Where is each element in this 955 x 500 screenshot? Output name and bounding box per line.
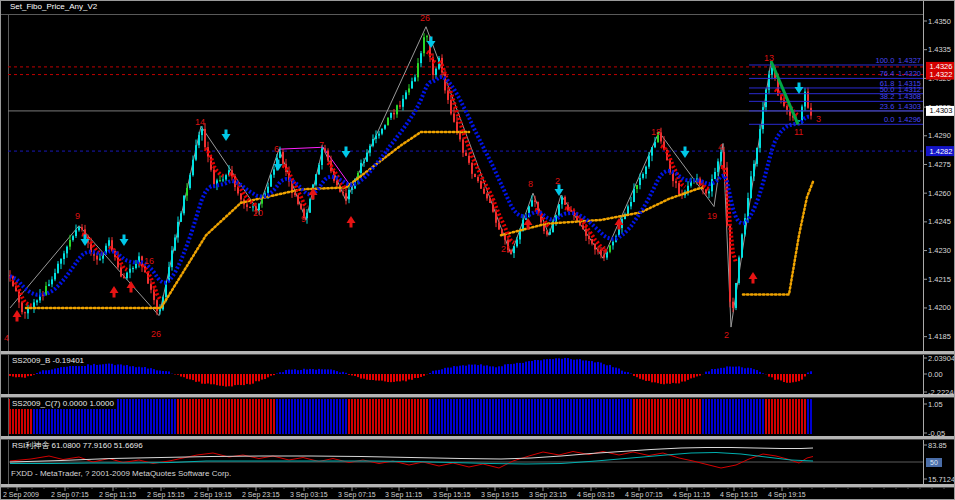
chart-title: Set_Fibo_Price_Any_V2 [8,2,99,12]
svg-text:3 Sep 11:15: 3 Sep 11:15 [385,491,422,499]
svg-text:1.4200: 1.4200 [928,303,951,312]
svg-text:1.4322: 1.4322 [930,70,953,79]
svg-text:26: 26 [420,13,430,23]
svg-text:2 Sep 07:15: 2 Sep 07:15 [51,491,89,499]
svg-text:23.6 1.4303: 23.6 1.4303 [880,102,921,111]
mt4-chart-window: 100.0 1.432776.4 1.432061.8 1.431550.0 1… [0,0,955,500]
svg-text:4: 4 [4,333,9,343]
svg-text:2 Sep 23:15: 2 Sep 23:15 [242,491,280,499]
svg-text:50: 50 [930,459,938,466]
svg-text:1.4230: 1.4230 [928,246,951,255]
chart-canvas[interactable]: 100.0 1.432776.4 1.432061.8 1.431550.0 1… [1,1,955,500]
buy-arrow-icon [524,218,533,225]
svg-text:76.4 1.4320: 76.4 1.4320 [880,69,921,78]
svg-text:1.4282: 1.4282 [930,147,953,156]
svg-text:3: 3 [816,114,821,124]
svg-text:9: 9 [75,211,80,221]
svg-text:-2.22246: -2.22246 [928,388,955,397]
svg-text:3 Sep 23:15: 3 Sep 23:15 [529,491,567,499]
signal-arrows [13,37,804,322]
pane-ss2009b-label: SS2009_B -0.19401 [10,356,86,366]
svg-text:8: 8 [528,179,533,189]
svg-text:15.7124: 15.7124 [928,475,955,484]
pane-ss2009c-bars [9,399,812,434]
svg-text:1.4275: 1.4275 [928,160,951,169]
pivot-number-labels: 49162614206972621821418194213113 [4,13,821,343]
svg-text:18: 18 [651,127,661,137]
svg-text:19: 19 [707,211,717,221]
sell-arrow-icon [555,189,564,196]
svg-text:4 Sep 19:15: 4 Sep 19:15 [768,491,806,499]
fibo-trend-line [771,61,798,124]
svg-text:13: 13 [764,53,774,63]
svg-text:-0.05: -0.05 [928,429,945,438]
buy-arrow-icon [110,286,119,293]
svg-text:4 Sep 03:15: 4 Sep 03:15 [577,491,615,499]
pane-rsi-label: RSI利神舍 61.0800 77.9160 51.6696 [10,441,145,451]
time-axis[interactable]: 2 Sep 20092 Sep 07:152 Sep 11:152 Sep 15… [3,487,944,499]
svg-text:16: 16 [144,256,154,266]
svg-text:1.4260: 1.4260 [928,189,951,198]
svg-text:9: 9 [301,214,306,224]
svg-text:2 Sep 11:15: 2 Sep 11:15 [99,491,136,499]
svg-text:14: 14 [596,244,606,254]
svg-text:0.0 1.4296: 0.0 1.4296 [884,115,921,124]
svg-text:2 Sep 15:15: 2 Sep 15:15 [147,491,185,499]
svg-text:4 Sep 11:15: 4 Sep 11:15 [673,491,710,499]
sell-arrow-icon [120,239,129,246]
pane-rsi-lines [8,448,923,469]
svg-text:14: 14 [195,117,205,127]
svg-text:2: 2 [555,176,560,186]
svg-text:3 Sep 07:15: 3 Sep 07:15 [338,491,376,499]
buy-arrow-icon [347,216,356,223]
svg-text:3 Sep 03:15: 3 Sep 03:15 [290,491,328,499]
pane-ss2009c-label: SS2009_C(7) 0.0000 1.0000 [10,399,116,409]
svg-text:3 Sep 19:15: 3 Sep 19:15 [481,491,519,499]
ema-fast-down-ribbon [10,52,799,306]
buy-arrow-icon [749,272,758,279]
trailing-stop-line [26,132,813,308]
price-axis[interactable]: 1.43501.43351.43201.43051.42901.42751.42… [923,17,955,342]
indicator-axis-labels: 2.039040.00-2.222461.05-0.0583.8515.7124… [923,354,955,484]
svg-text:1.4245: 1.4245 [928,217,951,226]
sell-arrow-icon [222,134,231,141]
svg-text:0.00: 0.00 [928,370,943,379]
buy-arrow-icon [127,281,136,288]
svg-text:100.0 1.4327: 100.0 1.4327 [876,56,921,65]
pane-ss2009b-histogram [9,358,812,387]
svg-text:26: 26 [151,329,161,339]
svg-text:4 Sep 15:15: 4 Sep 15:15 [720,491,758,499]
svg-text:6: 6 [274,144,279,154]
sell-arrow-icon [681,151,690,158]
svg-text:3 Sep 15:15: 3 Sep 15:15 [433,491,471,499]
svg-text:20: 20 [253,208,263,218]
svg-text:2 Sep 19:15: 2 Sep 19:15 [194,491,232,499]
svg-text:2 Sep 2009: 2 Sep 2009 [3,491,39,499]
svg-text:1.4185: 1.4185 [928,332,951,341]
rsi-red [10,452,813,469]
sell-arrow-icon [427,41,436,48]
svg-text:1.4303: 1.4303 [930,106,953,115]
svg-text:11: 11 [794,127,803,137]
buy-arrow-icon [13,310,22,317]
svg-text:38.2 1.4308: 38.2 1.4308 [880,92,921,101]
svg-text:1.4350: 1.4350 [928,17,951,26]
svg-text:1.4290: 1.4290 [928,131,951,140]
svg-text:1.05: 1.05 [928,400,943,409]
sell-arrow-icon [795,87,804,94]
copyright-text: FXDD - MetaTrader, ? 2001-2009 MetaQuote… [9,469,233,479]
svg-text:2.03904: 2.03904 [928,354,955,363]
svg-text:4 Sep 07:15: 4 Sep 07:15 [625,491,663,499]
sell-arrow-icon [342,151,351,158]
svg-text:1.4215: 1.4215 [928,275,951,284]
svg-text:21: 21 [501,244,511,254]
svg-text:7: 7 [319,140,324,150]
svg-text:1.4335: 1.4335 [928,45,951,54]
svg-text:83.85: 83.85 [928,441,947,450]
svg-text:2: 2 [724,330,729,340]
svg-text:4: 4 [718,142,723,152]
